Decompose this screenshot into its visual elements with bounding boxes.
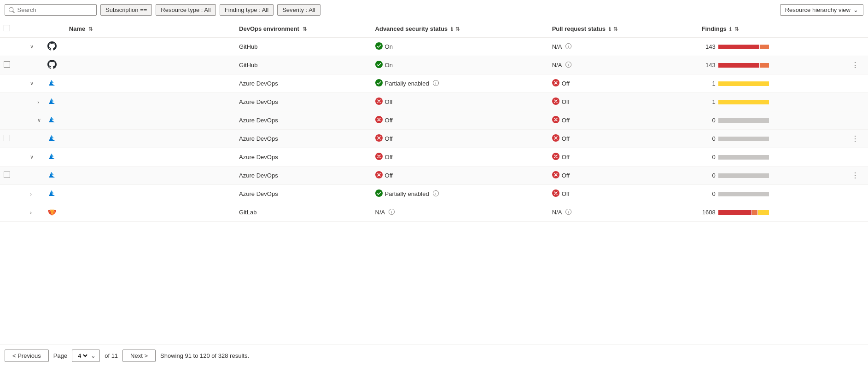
header-pr[interactable]: Pull request status ℹ ⇅ <box>548 20 698 38</box>
hierarchy-view-dropdown[interactable]: Resource hierarchy view ⌄ <box>780 4 863 16</box>
security-on-icon <box>375 61 383 69</box>
azure-devops-icon <box>47 82 57 89</box>
row-more-actions[interactable]: ⋮ <box>851 61 859 69</box>
hierarchy-view-label: Resource hierarchy view <box>785 6 851 13</box>
page-select[interactable]: 4 ⌄ <box>72 350 100 362</box>
svg-text:i: i <box>568 63 569 67</box>
pr-label: Off <box>562 154 570 161</box>
row-name-cell <box>65 38 235 56</box>
pr-info-icon[interactable]: ℹ <box>609 26 611 32</box>
table-container: Name ⇅ DevOps environment ⇅ Advanced sec… <box>0 20 868 344</box>
row-pr-cell: Off <box>548 185 698 203</box>
findings-count: 1 <box>702 98 716 105</box>
findings-sort-icon[interactable]: ⇅ <box>734 26 739 32</box>
row-pr-cell: N/Ai <box>548 203 698 222</box>
row-icon-cell <box>44 148 65 166</box>
row-pr-cell: Off <box>548 148 698 166</box>
header-name[interactable]: Name ⇅ <box>65 20 235 38</box>
expand-button[interactable]: › <box>28 190 34 198</box>
row-devops-cell: Azure DevOps <box>235 148 371 166</box>
findings-count: 0 <box>702 190 716 197</box>
row-findings-cell: 0 <box>698 130 848 148</box>
search-input[interactable] <box>17 6 93 13</box>
row-security-cell: On <box>372 38 548 56</box>
row-actions-cell: ⋮ <box>848 130 868 148</box>
security-on-icon <box>375 79 383 88</box>
row-checkbox[interactable] <box>4 61 10 68</box>
row-devops-cell: Azure DevOps <box>235 93 371 111</box>
header-devops[interactable]: DevOps environment ⇅ <box>235 20 371 38</box>
security-sort-icon[interactable]: ⇅ <box>455 26 460 32</box>
name-sort-icon[interactable]: ⇅ <box>88 26 93 32</box>
row-check-cell <box>0 148 24 166</box>
security-label: Off <box>385 172 393 179</box>
row-check-cell <box>0 38 24 56</box>
header-check[interactable] <box>0 20 24 38</box>
pr-na-label: N/A <box>552 209 562 216</box>
pr-na-label: N/A <box>552 43 562 50</box>
row-icon-cell <box>44 93 65 111</box>
azure-devops-icon <box>47 137 57 144</box>
row-expand-cell: ∨ <box>24 38 43 56</box>
findings-count: 1 <box>702 80 716 87</box>
security-label: Off <box>385 98 393 105</box>
devops-sort-icon[interactable]: ⇅ <box>303 26 307 32</box>
azure-devops-icon <box>47 100 57 107</box>
security-info-icon[interactable]: ℹ <box>451 26 453 32</box>
security-label: On <box>385 62 393 69</box>
security-na-label: N/A <box>375 209 385 216</box>
total-pages: of 11 <box>105 352 118 359</box>
expand-button[interactable]: › <box>28 209 34 216</box>
pr-off-icon <box>552 153 559 161</box>
row-security-cell: Off <box>372 130 548 148</box>
row-actions-cell <box>848 148 868 166</box>
next-button[interactable]: Next > <box>122 350 156 362</box>
header-security[interactable]: Advanced security status ℹ ⇅ <box>372 20 548 38</box>
table-row: Azure DevOpsOffOff 0 ⋮ <box>0 166 868 185</box>
expand-button[interactable]: › <box>35 98 41 106</box>
table-row: ∨GitHubOnN/Ai 143 <box>0 38 868 56</box>
row-name-cell <box>65 166 235 185</box>
expand-button[interactable]: ∨ <box>28 43 35 51</box>
search-box[interactable] <box>5 4 97 16</box>
subscription-filter[interactable]: Subscription == <box>100 4 152 16</box>
finding-type-filter[interactable]: Finding type : All <box>220 4 274 16</box>
findings-count: 0 <box>702 154 716 161</box>
row-pr-cell: Off <box>548 93 698 111</box>
row-findings-cell: 143 <box>698 56 848 75</box>
row-security-cell: Off <box>372 93 548 111</box>
row-checkbox[interactable] <box>4 135 10 141</box>
security-off-icon <box>375 116 383 125</box>
pr-label: Off <box>562 135 570 142</box>
security-off-icon <box>375 134 383 143</box>
findings-count: 143 <box>702 62 716 69</box>
security-on-icon <box>375 42 383 51</box>
header-findings[interactable]: Findings ℹ ⇅ <box>698 20 848 38</box>
severity-filter[interactable]: Severity : All <box>277 4 320 16</box>
row-check-cell <box>0 75 24 93</box>
findings-count: 0 <box>702 117 716 124</box>
page-select-input[interactable]: 4 <box>76 352 89 360</box>
footer: < Previous Page 4 ⌄ of 11 Next > Showing… <box>0 344 868 367</box>
select-all-checkbox[interactable] <box>4 25 10 31</box>
expand-button[interactable]: ∨ <box>35 116 43 124</box>
findings-info-icon[interactable]: ℹ <box>729 26 731 32</box>
row-checkbox[interactable] <box>4 172 10 178</box>
gitlab-icon <box>47 211 57 218</box>
expand-button[interactable]: ∨ <box>28 153 35 161</box>
pr-sort-icon[interactable]: ⇅ <box>613 26 618 32</box>
row-more-actions[interactable]: ⋮ <box>851 172 859 179</box>
expand-button[interactable]: ∨ <box>28 80 35 87</box>
row-icon-cell <box>44 203 65 222</box>
resource-type-filter[interactable]: Resource type : All <box>156 4 216 16</box>
row-check-cell <box>0 166 24 185</box>
row-expand-cell: › <box>24 185 43 203</box>
azure-devops-icon <box>47 119 57 126</box>
row-security-cell: Off <box>372 148 548 166</box>
row-more-actions[interactable]: ⋮ <box>851 135 859 143</box>
row-name-cell <box>65 93 235 111</box>
previous-button[interactable]: < Previous <box>5 350 49 362</box>
row-security-cell: Off <box>372 111 548 130</box>
svg-point-6 <box>375 79 383 86</box>
toolbar: Subscription == Resource type : All Find… <box>0 0 868 20</box>
